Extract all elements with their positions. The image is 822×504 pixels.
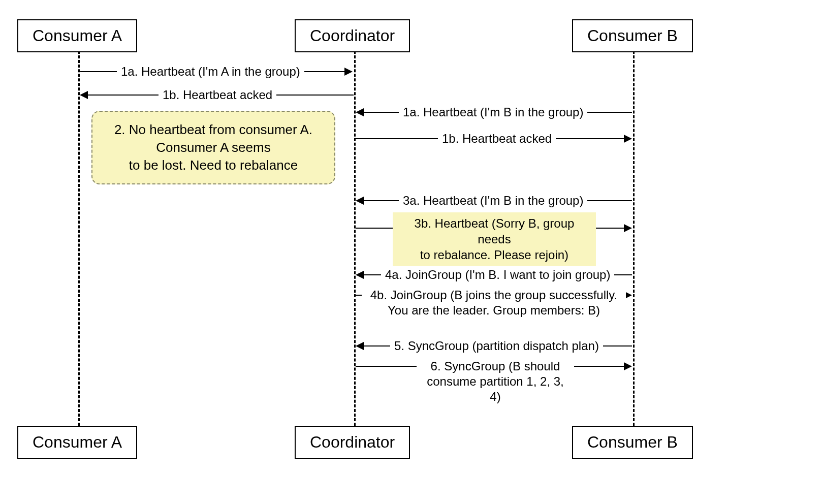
- note-text: 2. No heartbeat from consumer A. Consume…: [114, 121, 312, 174]
- actor-consumer-a-bottom: Consumer A: [17, 426, 137, 459]
- arrow-head-1a-left: [344, 68, 353, 76]
- arrow-head-1b-left: [80, 91, 88, 99]
- actor-consumer-b-bottom: Consumer B: [572, 426, 693, 459]
- actor-label: Consumer B: [587, 433, 678, 452]
- arrow-head-3b: [624, 224, 632, 232]
- lifeline-consumer-b: [633, 51, 635, 426]
- sequence-diagram: Consumer A Coordinator Consumer B Consum…: [0, 0, 822, 504]
- msg-1b-right: 1b. Heartbeat acked: [438, 131, 556, 146]
- lifeline-consumer-a: [78, 51, 80, 426]
- msg-1a-left: 1a. Heartbeat (I'm A in the group): [117, 64, 304, 79]
- msg-4a: 4a. JoinGroup (I'm B. I want to join gro…: [381, 267, 614, 282]
- actor-label: Consumer A: [33, 433, 122, 452]
- arrow-head-6: [624, 362, 632, 370]
- actor-label: Consumer A: [33, 26, 122, 45]
- msg-3b: 3b. Heartbeat (Sorry B, group needs to r…: [393, 212, 596, 266]
- actor-coordinator-top: Coordinator: [295, 19, 410, 52]
- arrow-head-1a-right: [356, 108, 364, 116]
- actor-label: Coordinator: [310, 433, 395, 452]
- lifeline-coordinator: [354, 51, 356, 426]
- arrow-head-3a: [356, 197, 364, 205]
- msg-1b-left: 1b. Heartbeat acked: [159, 87, 276, 103]
- arrow-head-4a: [356, 271, 364, 279]
- actor-consumer-b-top: Consumer B: [572, 19, 693, 52]
- msg-4b: 4b. JoinGroup (B joins the group success…: [362, 288, 626, 318]
- actor-label: Consumer B: [587, 26, 678, 45]
- actor-consumer-a-top: Consumer A: [17, 19, 137, 52]
- msg-1a-right: 1a. Heartbeat (I'm B in the group): [399, 105, 587, 120]
- msg-6: 6. SyncGroup (B should consume partition…: [417, 359, 574, 404]
- actor-label: Coordinator: [310, 26, 395, 45]
- actor-coordinator-bottom: Coordinator: [295, 426, 410, 459]
- msg-5: 5. SyncGroup (partition dispatch plan): [390, 338, 603, 354]
- note-rebalance: 2. No heartbeat from consumer A. Consume…: [91, 111, 335, 184]
- arrow-head-5: [356, 342, 364, 350]
- msg-3a: 3a. Heartbeat (I'm B in the group): [399, 193, 587, 208]
- arrow-head-1b-right: [624, 135, 632, 143]
